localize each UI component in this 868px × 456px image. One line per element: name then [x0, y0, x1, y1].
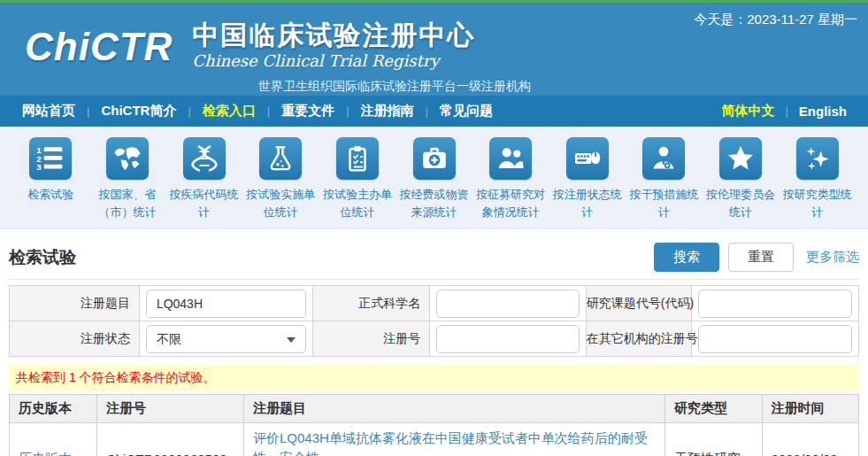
table-row: 历史版本 ChiCTR2300069500 评价LQ043H单域抗体雾化液在中国…	[10, 423, 859, 456]
nav-item-search-entry[interactable]: 检索入口	[191, 103, 267, 120]
quick-links-strip: 123 检索试验 按国家、省（市）统计 按疾病代码统计 按试验实施单位统计 按试…	[0, 127, 868, 229]
results-table: 历史版本 注册号 注册题目 研究类型 注册时间 历史版本 ChiCTR23000…	[9, 394, 859, 456]
field-label-study-code: 研究课题代号(代码)	[586, 286, 691, 321]
people-icon	[489, 137, 532, 180]
quick-link-search-trials[interactable]: 123 检索试验	[12, 137, 89, 228]
registration-date-cell: 2023/03/20	[762, 423, 858, 456]
world-map-icon	[106, 137, 149, 180]
site-title-en: Chinese Clinical Trial Registry	[192, 51, 475, 71]
field-label-other-registry-number: 在其它机构的注册号	[586, 321, 691, 357]
quick-link-label: 检索试验	[12, 186, 89, 204]
who-tagline: 世界卫生组织国际临床试验注册平台一级注册机构	[159, 79, 531, 95]
quick-link-by-intervention[interactable]: 按干预措施统计	[626, 137, 703, 228]
sparkles-icon	[796, 137, 839, 180]
search-button[interactable]: 搜索	[654, 243, 719, 272]
brand[interactable]: ChiCTR 中国临床试验注册中心 Chinese Clinical Trial…	[25, 20, 475, 73]
quick-link-label: 按征募研究对象情况统计	[472, 186, 549, 221]
clipboard-icon	[336, 137, 379, 180]
other-registry-number-input[interactable]	[698, 325, 852, 353]
field-label-registration-title: 注册题目	[10, 286, 140, 321]
quick-link-by-implementing-unit[interactable]: 按试验实施单位统计	[242, 137, 319, 228]
col-history-version: 历史版本	[10, 395, 97, 423]
nav-items: 网站首页 | ChiCTR简介 | 检索入口 | 重要文件 | 注册指南 | 常…	[11, 103, 504, 120]
keyboard-mouse-icon	[566, 137, 609, 180]
medical-bag-icon	[413, 137, 456, 180]
more-filters-link[interactable]: 更多筛选	[806, 249, 859, 266]
quick-link-by-recruitment-status[interactable]: 按征募研究对象情况统计	[472, 137, 549, 228]
quick-link-by-study-type[interactable]: 按研究类型统计	[779, 137, 856, 228]
trial-title-link[interactable]: 评价LQ043H单域抗体雾化液在中国健康受试者中单次给药后的耐受性、安全性、 .…	[253, 430, 648, 456]
col-registration-title: 注册题目	[243, 395, 664, 423]
language-switch: 简体中文 | English	[711, 103, 857, 120]
quick-link-by-funding-source[interactable]: 按经费或物资来源统计	[396, 137, 472, 228]
quick-link-label: 按疾病代码统计	[165, 186, 242, 221]
star-icon	[719, 137, 762, 180]
study-type-cell: 干预性研究	[665, 423, 762, 456]
svg-text:3: 3	[37, 162, 42, 172]
dna-icon	[183, 137, 226, 180]
section-divider	[9, 279, 859, 280]
main-nav: 网站首页 | ChiCTR简介 | 检索入口 | 重要文件 | 注册指南 | 常…	[0, 96, 868, 127]
nav-item-about[interactable]: ChiCTR简介	[89, 103, 188, 120]
results-header-row: 历史版本 注册号 注册题目 研究类型 注册时间	[10, 395, 859, 423]
numbered-list-icon: 123	[29, 137, 72, 180]
registration-title-input[interactable]	[146, 290, 306, 318]
chictr-logo: ChiCTR	[25, 20, 173, 73]
quick-link-label: 按国家、省（市）统计	[89, 186, 166, 221]
current-date: 今天是：2023-11-27 星期一	[694, 12, 857, 28]
scientific-name-input[interactable]	[436, 290, 580, 318]
col-study-type: 研究类型	[665, 395, 762, 423]
registration-status-select-wrap: 不限	[146, 325, 306, 353]
quick-link-by-country[interactable]: 按国家、省（市）统计	[89, 137, 166, 228]
flask-icon	[259, 137, 302, 180]
registration-number-input[interactable]	[436, 325, 580, 353]
registration-status-select[interactable]: 不限	[146, 325, 306, 353]
doctor-icon	[642, 137, 685, 180]
study-code-input[interactable]	[698, 290, 852, 318]
quick-link-label: 按试验实施单位统计	[242, 186, 319, 221]
site-title-cn: 中国临床试验注册中心	[192, 20, 475, 50]
site-titles: 中国临床试验注册中心 Chinese Clinical Trial Regist…	[192, 20, 475, 71]
page-title: 检索试验	[9, 246, 76, 269]
nav-item-home[interactable]: 网站首页	[11, 103, 87, 120]
quick-link-by-ethics-committee[interactable]: 按伦理委员会统计	[703, 137, 780, 228]
lang-english[interactable]: English	[788, 104, 857, 119]
nav-item-guide[interactable]: 注册指南	[350, 103, 426, 120]
quick-link-label: 按研究类型统计	[779, 186, 856, 221]
col-registration-number: 注册号	[96, 395, 243, 423]
quick-link-by-sponsor-unit[interactable]: 按试验主办单位统计	[319, 137, 396, 228]
quick-link-by-registration-status[interactable]: 按注册状态统计	[549, 137, 626, 228]
nav-item-documents[interactable]: 重要文件	[270, 103, 346, 120]
quick-link-label: 按试验主办单位统计	[319, 186, 396, 221]
lang-chinese[interactable]: 简体中文	[711, 103, 785, 120]
reset-button[interactable]: 重置	[728, 243, 794, 272]
field-label-registration-status: 注册状态	[10, 321, 140, 357]
site-header: 今天是：2023-11-27 星期一 ChiCTR 中国临床试验注册中心 Chi…	[0, 3, 868, 96]
registration-number-cell: ChiCTR2300069500	[96, 423, 243, 456]
quick-link-label: 按伦理委员会统计	[703, 186, 780, 221]
search-form: 注册题目 正式科学名 研究课题代号(代码) 注册状态 不限 注册号 在其它机构的…	[9, 285, 859, 357]
col-registration-date: 注册时间	[762, 395, 858, 423]
history-version-link[interactable]: 历史版本	[19, 451, 72, 456]
quick-link-by-disease-code[interactable]: 按疾病代码统计	[165, 137, 242, 228]
field-label-scientific-name: 正式科学名	[312, 286, 429, 321]
quick-link-label: 按经费或物资来源统计	[396, 186, 472, 221]
nav-item-faq[interactable]: 常见问题	[428, 103, 504, 120]
quick-link-label: 按注册状态统计	[549, 186, 626, 221]
field-label-registration-number: 注册号	[312, 321, 429, 357]
result-count-message: 共检索到 1 个符合检索条件的试验。	[9, 365, 859, 391]
quick-link-label: 按干预措施统计	[626, 186, 703, 221]
